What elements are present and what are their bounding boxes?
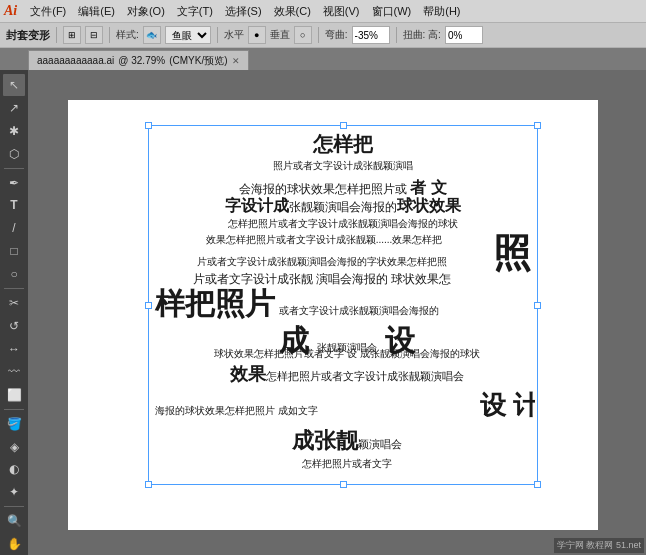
tool-divider-4 (4, 506, 24, 507)
toolbar-bend-input[interactable]: -35% (352, 26, 390, 44)
text-line-8: 片或者文字设计成张靓 演唱会海报的 球状效果怎 (155, 272, 489, 286)
rect-tool-icon[interactable]: □ (3, 240, 25, 262)
direct-select-tool-icon[interactable]: ↗ (3, 97, 25, 119)
watermark: 学宁网 教程网 51.net (554, 538, 644, 553)
line-tool-icon[interactable]: / (3, 217, 25, 239)
tab-bar: aaaaaaaaaaaa.ai @ 32.79% (CMYK/预览) ✕ (0, 48, 646, 70)
menu-help[interactable]: 帮助(H) (418, 3, 465, 20)
blend-tool-icon[interactable]: ◐ (3, 459, 25, 481)
toolbar-sep-3 (217, 27, 218, 43)
left-panel: ↖ ↗ ✱ ⬡ ✒ T / □ ○ ✂ ↺ ↔ 〰 ⬜ 🪣 ◈ ◐ ✦ 🔍 ✋ (0, 70, 28, 555)
rotate-tool-icon[interactable]: ↺ (3, 315, 25, 337)
toolbar-vert-btn[interactable]: ○ (294, 26, 312, 44)
toolbar-sep-4 (318, 27, 319, 43)
paintbucket-tool-icon[interactable]: 🪣 (3, 413, 25, 435)
menu-file[interactable]: 文件(F) (25, 3, 71, 20)
text-line-3: 会海报的球状效果怎样把照片或 者 文 (151, 178, 535, 197)
text-line-7: 片或者文字设计成张靓颖演唱会海报的字状效果怎样把照 (155, 256, 489, 268)
toolbar-style-label: 样式: (116, 28, 139, 42)
toolbar-sep-1 (56, 27, 57, 43)
menu-select[interactable]: 选择(S) (220, 3, 267, 20)
tool-divider-1 (4, 168, 24, 169)
text-line-11: 球状效果怎样把照片或者文字 设 成张靓颖演唱会海报的球状 (155, 348, 535, 360)
select-tool-icon[interactable]: ↖ (3, 74, 25, 96)
toolbar-horiz-btn[interactable]: ● (248, 26, 266, 44)
zoom-tool-icon[interactable]: 🔍 (3, 510, 25, 532)
toolbar-grid-icon[interactable]: ⊞ (63, 26, 81, 44)
text-tool-icon[interactable]: T (3, 195, 25, 217)
text-content-area: 怎样把 照片或者文字设计成张靓颖演唱 会海报的球状效果怎样把照片或 者 文 字设… (151, 128, 535, 482)
free-transform-tool-icon[interactable]: ⬜ (3, 384, 25, 406)
tool-divider-2 (4, 288, 24, 289)
main-layout: ↖ ↗ ✱ ⬡ ✒ T / □ ○ ✂ ↺ ↔ 〰 ⬜ 🪣 ◈ ◐ ✦ 🔍 ✋ … (0, 70, 646, 555)
tab-close-button[interactable]: ✕ (232, 56, 240, 66)
pen-tool-icon[interactable]: ✒ (3, 172, 25, 194)
warp-tool-icon[interactable]: 〰 (3, 361, 25, 383)
text-line-5: 怎样把照片或者文字设计成张靓颖演唱会海报的球状 (151, 218, 535, 230)
menu-window[interactable]: 窗口(W) (367, 3, 417, 20)
toolbar-title: 封套变形 (6, 28, 50, 43)
toolbar-style-select[interactable]: 鱼眼 (165, 26, 211, 44)
toolbar-distort-label: 扭曲: 高: (403, 28, 441, 42)
lasso-tool-icon[interactable]: ⬡ (3, 143, 25, 165)
text-line-9b: 或者文字设计成张靓颖演唱会海报的 (279, 305, 439, 317)
toolbar-distort-input[interactable]: 0% (445, 26, 483, 44)
text-line-9: 样把照片 (155, 286, 275, 322)
ellipse-tool-icon[interactable]: ○ (3, 263, 25, 285)
text-line-4: 字设计成张靓颖演唱会海报的球状效果 (151, 196, 535, 215)
menu-edit[interactable]: 编辑(E) (73, 3, 120, 20)
text-line-2: 照片或者文字设计成张靓颖演唱 (151, 160, 535, 172)
tab-mode: (CMYK/预览) (169, 54, 227, 68)
text-line-13b: 设 计 (480, 390, 535, 421)
text-line-6: 效果怎样把照片或者文字设计成张靓颖......效果怎样把 照 (155, 234, 531, 246)
menu-effect[interactable]: 效果(C) (269, 3, 316, 20)
toolbar-bend-label: 弯曲: (325, 28, 348, 42)
toolbar-sep-5 (396, 27, 397, 43)
hand-tool-icon[interactable]: ✋ (3, 533, 25, 555)
mesh-tool-icon[interactable]: ◈ (3, 436, 25, 458)
menu-view[interactable]: 视图(V) (318, 3, 365, 20)
menu-bar: Ai 文件(F) 编辑(E) 对象(O) 文字(T) 选择(S) 效果(C) 视… (0, 0, 646, 22)
text-line-15: 怎样把照片或者文字 (155, 458, 535, 470)
app-icon: Ai (4, 3, 17, 19)
text-line-14: 成张靓颖演唱会 (155, 428, 535, 454)
toolbar-style-icon: 🐟 (143, 26, 161, 44)
toolbar-sep-2 (109, 27, 110, 43)
toolbar-vert-label: 垂直 (270, 28, 290, 42)
tab-zoom: @ 32.79% (118, 55, 165, 66)
eyedropper-tool-icon[interactable]: ✦ (3, 481, 25, 503)
scissors-tool-icon[interactable]: ✂ (3, 292, 25, 314)
magic-wand-tool-icon[interactable]: ✱ (3, 120, 25, 142)
document-tab[interactable]: aaaaaaaaaaaa.ai @ 32.79% (CMYK/预览) ✕ (28, 50, 249, 70)
menu-object[interactable]: 对象(O) (122, 3, 170, 20)
tool-divider-3 (4, 409, 24, 410)
tab-filename: aaaaaaaaaaaa.ai (37, 55, 114, 66)
text-line-13: 海报的球状效果怎样把照片 成如文字 (155, 405, 318, 417)
toolbar: 封套变形 ⊞ ⊟ 样式: 🐟 鱼眼 水平 ● 垂直 ○ 弯曲: -35% 扭曲:… (0, 22, 646, 48)
toolbar-horiz-label: 水平 (224, 28, 244, 42)
text-line-12: 效果怎样把照片或者文字设计成张靓颖演唱会 (155, 364, 535, 386)
toolbar-mesh-icon[interactable]: ⊟ (85, 26, 103, 44)
scale-tool-icon[interactable]: ↔ (3, 338, 25, 360)
canvas-area: 怎样把 照片或者文字设计成张靓颖演唱 会海报的球状效果怎样把照片或 者 文 字设… (28, 70, 646, 555)
menu-type[interactable]: 文字(T) (172, 3, 218, 20)
text-line-1: 怎样把 (151, 132, 535, 156)
